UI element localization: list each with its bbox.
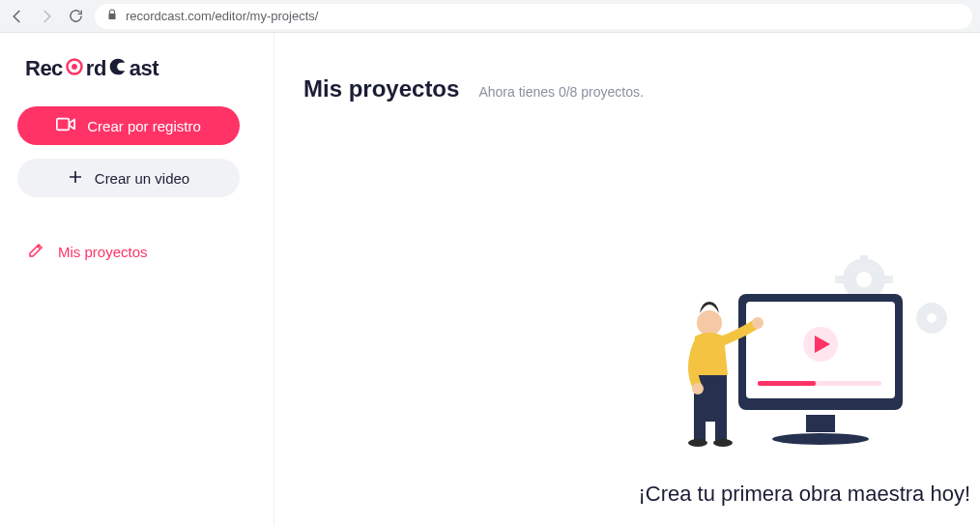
svg-rect-21 [715, 420, 727, 441]
svg-rect-20 [694, 420, 706, 441]
svg-point-18 [697, 310, 722, 336]
logo-target-icon [65, 57, 84, 80]
sidebar-nav: Mis proyectos [17, 236, 256, 268]
create-video-label: Crear un video [95, 170, 189, 187]
svg-rect-9 [835, 276, 845, 283]
empty-state-illustration [622, 255, 980, 468]
logo-text-part2: rd [86, 56, 106, 81]
svg-rect-2 [57, 119, 70, 131]
logo-text-part3: ast [130, 56, 159, 81]
forward-button[interactable] [37, 7, 56, 26]
create-by-record-label: Crear por registro [87, 118, 201, 134]
sidebar: Rec rd ast Crear por registro Crear un v… [0, 33, 274, 526]
nav-my-projects-label: Mis proyectos [58, 244, 148, 260]
svg-point-4 [856, 272, 872, 287]
project-count: Ahora tienes 0/8 proyectos. [478, 84, 643, 100]
svg-rect-10 [883, 276, 893, 283]
url-text: recordcast.com/editor/my-projects/ [126, 9, 318, 23]
create-by-record-button[interactable]: Crear por registro [17, 106, 240, 145]
empty-state: ¡Crea tu primera obra maestra hoy! [574, 255, 980, 507]
svg-point-14 [772, 433, 869, 445]
browser-toolbar: recordcast.com/editor/my-projects/ [0, 0, 980, 33]
svg-point-23 [713, 439, 733, 447]
svg-rect-7 [860, 255, 868, 260]
plus-icon [68, 169, 83, 188]
svg-point-25 [692, 383, 704, 394]
logo[interactable]: Rec rd ast [25, 56, 256, 81]
page-header: Mis proyectos Ahora tienes 0/8 proyectos… [303, 75, 980, 102]
main-content: Mis proyectos Ahora tienes 0/8 proyectos… [274, 33, 980, 526]
reload-button[interactable] [66, 7, 85, 26]
camera-icon [56, 117, 75, 134]
svg-point-1 [72, 64, 77, 70]
logo-c-icon [108, 57, 128, 80]
nav-my-projects[interactable]: Mis proyectos [17, 236, 256, 268]
lock-icon [106, 9, 118, 23]
logo-text-part1: Rec [25, 56, 63, 81]
svg-rect-13 [806, 415, 835, 432]
svg-point-24 [752, 317, 764, 329]
svg-point-6 [927, 313, 937, 323]
empty-state-caption: ¡Crea tu primera obra maestra hoy! [574, 482, 980, 507]
address-bar[interactable]: recordcast.com/editor/my-projects/ [95, 4, 972, 29]
edit-icon [27, 242, 44, 262]
create-video-button[interactable]: Crear un video [17, 159, 240, 197]
back-button[interactable] [8, 7, 27, 26]
page-title: Mis proyectos [303, 75, 459, 102]
svg-point-22 [688, 439, 707, 447]
svg-rect-17 [758, 381, 816, 386]
